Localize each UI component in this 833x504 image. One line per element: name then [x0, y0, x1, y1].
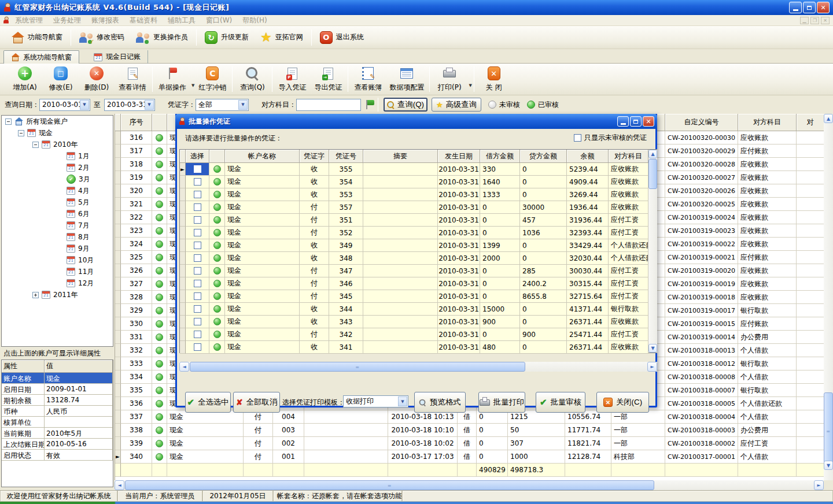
- dialog-table-row[interactable]: 现金付3452010-03-3108655.832715.64应付工资: [180, 290, 648, 303]
- cell-select-checkbox[interactable]: [186, 290, 209, 303]
- checkbox-icon[interactable]: [194, 343, 201, 351]
- action-button-8[interactable]: →导出凭证: [310, 65, 346, 94]
- advanced-search-button[interactable]: ★ 高级查询: [432, 98, 481, 112]
- dialog-horizontal-scroll-thumb[interactable]: ≡: [190, 362, 525, 372]
- dialog-minimize-button[interactable]: [617, 116, 629, 127]
- dialog-table-row[interactable]: 现金付3462010-03-3102400.230315.44应付工资: [180, 277, 648, 290]
- checkbox-icon[interactable]: [194, 331, 201, 338]
- horizontal-scroll-thumb[interactable]: ≡: [125, 480, 654, 490]
- mdi-minimize-button[interactable]: ▁: [800, 17, 809, 24]
- tab-cash-journal[interactable]: 现金日记账: [87, 50, 148, 64]
- dialog-maximize-button[interactable]: [630, 116, 642, 127]
- scroll-left-icon[interactable]: ◄: [179, 362, 189, 372]
- tree-toggle-icon[interactable]: [5, 118, 12, 125]
- tree-toggle-icon[interactable]: [32, 292, 39, 298]
- filter-unaudited-checkbox[interactable]: 只显示未审核的凭证: [574, 133, 647, 143]
- tree-item-4月[interactable]: 4月: [2, 185, 113, 197]
- checkbox-icon[interactable]: [194, 165, 201, 173]
- menu-item-0[interactable]: 系统管理: [10, 15, 48, 25]
- mdi-restore-button[interactable]: ❐: [810, 17, 819, 24]
- checkbox-icon[interactable]: [194, 229, 201, 236]
- action-button-6[interactable]: 查询(Q): [234, 65, 270, 94]
- scroll-right-icon[interactable]: ►: [814, 480, 824, 490]
- toolbar-button-0[interactable]: 功能导航窗: [6, 28, 68, 47]
- cell-select-checkbox[interactable]: [186, 252, 209, 265]
- action-button-12[interactable]: ✕关 闭: [476, 65, 512, 94]
- dialog-table-row[interactable]: 现金付3522010-03-310103632393.44应付工资: [180, 227, 648, 239]
- vertical-scrollbar[interactable]: ▲ ≡ ▼: [824, 114, 833, 480]
- toolbar-button-4[interactable]: ★亚拓官网: [255, 28, 309, 47]
- action-button-5[interactable]: C红字冲销: [194, 65, 230, 94]
- property-row[interactable]: 当前账期2010年5月: [2, 428, 113, 439]
- toolbar-button-3[interactable]: ↻升级更新: [199, 28, 255, 47]
- cell-select-checkbox[interactable]: [186, 303, 209, 316]
- tab-system-navigator[interactable]: 系统功能导航窗: [3, 50, 79, 64]
- property-row[interactable]: 启用状态有效: [2, 450, 113, 461]
- scroll-up-icon[interactable]: ▲: [648, 150, 657, 158]
- print-template-combo[interactable]: 收据打印 ▼: [343, 395, 408, 407]
- dialog-table-row[interactable]: 现金收3542010-03-31164004909.44应收账款: [180, 176, 648, 188]
- menu-item-3[interactable]: 基础资料: [124, 15, 163, 25]
- chevron-down-icon[interactable]: ▼: [398, 396, 407, 406]
- table-row[interactable]: 490829498718.3: [115, 464, 824, 477]
- tree-item-6月[interactable]: 6月: [2, 208, 113, 220]
- menu-item-6[interactable]: 帮助(H): [237, 15, 272, 25]
- subject-input[interactable]: [296, 99, 361, 111]
- cell-select-checkbox[interactable]: [186, 265, 209, 277]
- dialog-table-row[interactable]: 现金收3482010-03-312000032030.44个人借款还款: [180, 252, 648, 265]
- checkbox-icon[interactable]: [194, 191, 201, 198]
- cell-select-checkbox[interactable]: [186, 214, 209, 227]
- dialog-table-row[interactable]: ►现金收3552010-03-3133005239.44应收账款: [180, 163, 648, 176]
- dialog-vertical-scrollbar[interactable]: ▲ ▼: [648, 150, 657, 353]
- dialog-table-row[interactable]: 现金付3512010-03-31045731936.44应付工资: [180, 214, 648, 227]
- tree-item-所有现金账户[interactable]: 所有现金账户: [2, 116, 113, 127]
- cell-select-checkbox[interactable]: [186, 341, 209, 354]
- dialog-horizontal-scrollbar[interactable]: ◄ ≡ ►: [179, 362, 657, 372]
- action-button-9[interactable]: ✎查看账簿: [350, 65, 386, 94]
- search-button[interactable]: 查询(Q): [384, 98, 427, 112]
- tree-item-现金[interactable]: 现金: [2, 127, 113, 139]
- checkbox-icon[interactable]: [194, 203, 201, 211]
- chevron-down-icon[interactable]: ▼: [238, 100, 248, 110]
- tree-item-10月[interactable]: 10月: [2, 254, 113, 266]
- checkbox-icon[interactable]: [194, 178, 201, 186]
- dialog-table-row[interactable]: 现金收3492010-03-311399033429.44个人借款还款: [180, 239, 648, 252]
- tree-item-2011年[interactable]: 2011年: [2, 289, 113, 301]
- scroll-down-icon[interactable]: ▼: [824, 461, 833, 470]
- tree-item-5月[interactable]: 5月: [2, 197, 113, 208]
- tree-toggle-icon[interactable]: [32, 142, 39, 148]
- toolbar-button-1[interactable]: ⌐修改密码: [73, 28, 130, 47]
- tree-item-7月[interactable]: 7月: [2, 220, 113, 231]
- cell-select-checkbox[interactable]: [186, 188, 209, 201]
- cell-select-checkbox[interactable]: [186, 176, 209, 188]
- cell-select-checkbox[interactable]: [186, 163, 209, 176]
- dialog-close-button[interactable]: ✕关闭(C): [596, 392, 649, 413]
- menu-item-2[interactable]: 账簿报表: [86, 15, 124, 25]
- dialog-table-row[interactable]: 现金收3532010-03-31133303269.44应收账款: [180, 188, 648, 201]
- checkbox-icon[interactable]: [194, 280, 201, 287]
- action-button-11[interactable]: 打印(P): [432, 65, 467, 94]
- checkbox-icon[interactable]: [194, 216, 201, 224]
- dialog-title-bar[interactable]: 批量操作凭证 ✕: [175, 114, 657, 129]
- checkbox-icon[interactable]: [194, 305, 201, 313]
- property-row[interactable]: 账户名称现金: [2, 373, 113, 384]
- dialog-table-row[interactable]: 现金付3472010-03-31028530030.44应付工资: [180, 265, 648, 277]
- close-button[interactable]: ✕: [817, 2, 830, 13]
- toolbar-button-2[interactable]: 更换操作员: [130, 28, 194, 47]
- action-button-0[interactable]: +增加(A): [7, 65, 43, 94]
- batch-print-button[interactable]: 批量打印: [478, 392, 525, 413]
- checkbox-icon[interactable]: [194, 318, 201, 325]
- action-button-1[interactable]: □修改(E): [43, 65, 79, 94]
- preview-format-button[interactable]: 预览格式: [414, 392, 466, 413]
- batch-audit-button[interactable]: ✔批量审核: [536, 392, 585, 413]
- action-button-7[interactable]: P导入凭证: [274, 65, 310, 94]
- property-row[interactable]: 核算单位: [2, 417, 113, 428]
- dialog-table-row[interactable]: 现金付3572010-03-310300001936.44应收账款: [180, 201, 648, 214]
- chevron-down-icon[interactable]: ▼: [80, 100, 89, 110]
- cancel-all-button[interactable]: ✘全部取消: [233, 392, 280, 413]
- cell-select-checkbox[interactable]: [186, 239, 209, 252]
- checkbox-icon[interactable]: [194, 292, 201, 300]
- cell-select-checkbox[interactable]: [186, 328, 209, 341]
- property-row[interactable]: 币种人民币: [2, 406, 113, 417]
- table-row[interactable]: ►340现金付0012010-03-17 17:03借0100012128.74…: [115, 450, 824, 464]
